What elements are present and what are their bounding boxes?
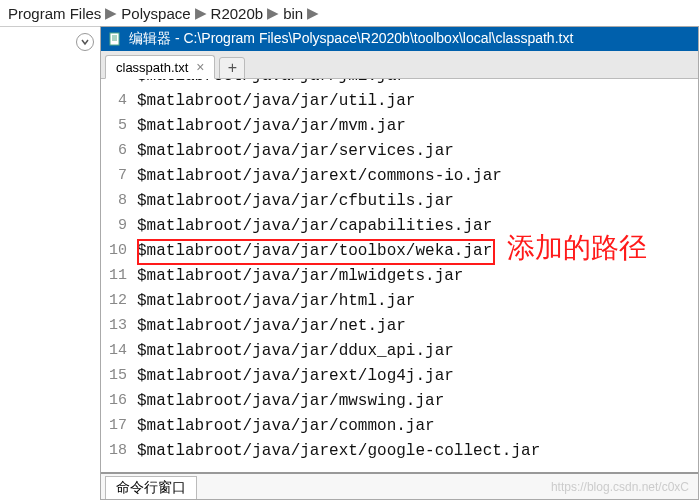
line-text: $matlabroot/java/jar/mwswing.jar — [137, 392, 444, 410]
line-text: $matlabroot/java/jar/ddux_api.jar — [137, 342, 454, 360]
crumb-3[interactable]: bin — [281, 5, 305, 22]
line-text: $matlabroot/java/jar/cfbutils.jar — [137, 192, 454, 210]
code-line[interactable]: 6$matlabroot/java/jar/services.jar — [101, 138, 698, 163]
chevron-right-icon: ▶ — [103, 4, 119, 22]
code-line[interactable]: 15$matlabroot/java/jarext/log4j.jar — [101, 363, 698, 388]
crumb-1[interactable]: Polyspace — [119, 5, 192, 22]
line-number: 8 — [101, 192, 137, 209]
code-line[interactable]: 17$matlabroot/java/jar/common.jar — [101, 413, 698, 438]
line-text: $matlabroot/java/jar/html.jar — [137, 292, 415, 310]
command-window-tab[interactable]: 命令行窗口 — [105, 476, 197, 499]
code-editor[interactable]: 3$matlabroot/java/jar/jmi.jar4$matlabroo… — [101, 79, 698, 472]
line-text: $matlabroot/java/jarext/commons-io.jar — [137, 167, 502, 185]
crumb-0[interactable]: Program Files — [6, 5, 103, 22]
annotation-label: 添加的路径 — [507, 229, 647, 267]
editor-tab-strip: classpath.txt × + — [101, 51, 698, 79]
line-number: 7 — [101, 167, 137, 184]
line-number: 15 — [101, 367, 137, 384]
line-number: 4 — [101, 92, 137, 109]
line-number: 11 — [101, 267, 137, 284]
command-window-panel: 命令行窗口 — [101, 472, 698, 499]
line-number: 14 — [101, 342, 137, 359]
close-icon[interactable]: × — [196, 59, 204, 75]
line-text: $matlabroot/java/jar/toolbox/weka.jar — [137, 242, 492, 260]
code-line[interactable]: 12$matlabroot/java/jar/html.jar — [101, 288, 698, 313]
line-text: $matlabroot/java/jar/capabilities.jar — [137, 217, 492, 235]
code-line[interactable]: 3$matlabroot/java/jar/jmi.jar — [101, 79, 698, 88]
line-number: 12 — [101, 292, 137, 309]
line-text: $matlabroot/java/jarext/google-collect.j… — [137, 442, 540, 460]
crumb-2[interactable]: R2020b — [209, 5, 266, 22]
line-number: 18 — [101, 442, 137, 459]
code-line[interactable]: 4$matlabroot/java/jar/util.jar — [101, 88, 698, 113]
line-text: $matlabroot/java/jar/jmi.jar — [137, 79, 406, 85]
document-icon — [107, 31, 123, 47]
editor-title-bar: 编辑器 - C:\Program Files\Polyspace\R2020b\… — [101, 27, 698, 51]
chevron-right-icon: ▶ — [193, 4, 209, 22]
code-line[interactable]: 18$matlabroot/java/jarext/google-collect… — [101, 438, 698, 463]
line-text: $matlabroot/java/jar/common.jar — [137, 417, 435, 435]
line-text: $matlabroot/java/jar/net.jar — [137, 317, 406, 335]
line-number: 9 — [101, 217, 137, 234]
line-number: 6 — [101, 142, 137, 159]
line-text: $matlabroot/java/jarext/log4j.jar — [137, 367, 454, 385]
code-line[interactable]: 14$matlabroot/java/jar/ddux_api.jar — [101, 338, 698, 363]
line-number: 10 — [101, 242, 137, 259]
editor-title-text: 编辑器 - C:\Program Files\Polyspace\R2020b\… — [129, 30, 573, 48]
line-number: 17 — [101, 417, 137, 434]
code-line[interactable]: 5$matlabroot/java/jar/mvm.jar — [101, 113, 698, 138]
collapse-arrow-icon[interactable] — [76, 33, 94, 51]
sidebar-collapsed — [0, 26, 100, 500]
code-line[interactable]: 8$matlabroot/java/jar/cfbutils.jar — [101, 188, 698, 213]
editor-panel: 编辑器 - C:\Program Files\Polyspace\R2020b\… — [100, 26, 699, 500]
line-text: $matlabroot/java/jar/services.jar — [137, 142, 454, 160]
chevron-right-icon: ▶ — [265, 4, 281, 22]
tab-label: classpath.txt — [116, 60, 188, 75]
line-text: $matlabroot/java/jar/mvm.jar — [137, 117, 406, 135]
tab-classpath[interactable]: classpath.txt × — [105, 55, 215, 79]
line-text: $matlabroot/java/jar/util.jar — [137, 92, 415, 110]
new-tab-button[interactable]: + — [219, 57, 245, 79]
line-text: $matlabroot/java/jar/mlwidgets.jar — [137, 267, 463, 285]
line-number: 16 — [101, 392, 137, 409]
svg-rect-0 — [110, 33, 119, 45]
code-line[interactable]: 13$matlabroot/java/jar/net.jar — [101, 313, 698, 338]
line-number: 13 — [101, 317, 137, 334]
code-line[interactable]: 7$matlabroot/java/jarext/commons-io.jar — [101, 163, 698, 188]
breadcrumb[interactable]: Program Files ▶ Polyspace ▶ R2020b ▶ bin… — [0, 0, 699, 26]
line-number: 5 — [101, 117, 137, 134]
chevron-right-icon: ▶ — [305, 4, 321, 22]
code-line[interactable]: 16$matlabroot/java/jar/mwswing.jar — [101, 388, 698, 413]
line-number: 3 — [101, 79, 137, 84]
